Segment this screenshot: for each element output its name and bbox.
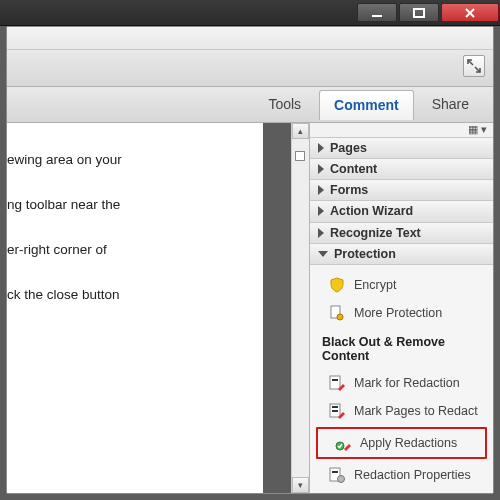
mark-pages-icon [328, 402, 346, 420]
apply-redactions-highlight: Apply Redactions [316, 427, 487, 459]
svg-rect-0 [372, 15, 382, 17]
document-wrap: ewing area on your ng toolbar near the e… [7, 123, 309, 493]
chevron-right-icon [318, 185, 324, 195]
item-mark-pages-to-redact[interactable]: Mark Pages to Redact [310, 397, 493, 425]
svg-rect-6 [330, 376, 340, 389]
panel-options-button[interactable]: ▦ ▾ [310, 123, 493, 138]
section-label: Pages [330, 141, 367, 155]
item-label: Apply Redactions [360, 436, 457, 450]
item-encrypt[interactable]: Encrypt [310, 271, 493, 299]
section-label: Recognize Text [330, 226, 421, 240]
section-label: Content [330, 162, 377, 176]
apply-redactions-icon [334, 434, 352, 452]
section-label: Action Wizard [330, 204, 413, 218]
fullscreen-button[interactable] [463, 55, 485, 77]
document-line: ck the close button [7, 286, 263, 305]
item-label: Mark Pages to Redact [354, 404, 478, 418]
vertical-scrollbar[interactable]: ▴ ▾ [291, 123, 309, 493]
maximize-icon [413, 7, 425, 19]
section-pages[interactable]: Pages [310, 138, 493, 159]
item-redaction-properties[interactable]: Redaction Properties [310, 461, 493, 489]
document-line: ewing area on your [7, 151, 263, 170]
svg-rect-13 [332, 471, 338, 473]
document-line: er-right corner of [7, 241, 263, 260]
section-action-wizard[interactable]: Action Wizard [310, 201, 493, 222]
section-label: Protection [334, 247, 396, 261]
chevron-right-icon [318, 228, 324, 238]
item-label: Encrypt [354, 278, 396, 292]
subheader-label: Black Out & Remove Content [322, 335, 477, 363]
svg-point-5 [337, 314, 343, 320]
window-close-button[interactable] [441, 3, 499, 22]
section-label: Forms [330, 183, 368, 197]
expand-icon [467, 59, 481, 73]
section-protection[interactable]: Protection [310, 244, 493, 265]
item-more-protection[interactable]: More Protection [310, 299, 493, 327]
svg-rect-10 [332, 410, 338, 412]
item-mark-for-redaction[interactable]: Mark for Redaction [310, 369, 493, 397]
scroll-down-button[interactable]: ▾ [292, 477, 309, 493]
minimize-button[interactable] [357, 3, 397, 22]
svg-rect-7 [332, 379, 338, 381]
close-icon [464, 7, 476, 19]
section-recognize-text[interactable]: Recognize Text [310, 223, 493, 244]
document-gutter [263, 123, 291, 493]
document-line: ng toolbar near the [7, 196, 263, 215]
document-page: ewing area on your ng toolbar near the e… [7, 123, 263, 493]
tools-panel: ▦ ▾ Pages Content Forms Action Wizard [309, 123, 493, 493]
section-forms[interactable]: Forms [310, 180, 493, 201]
redaction-properties-icon [328, 466, 346, 484]
application-frame: × Tools Comment Share ewing area on your… [6, 26, 494, 494]
svg-point-14 [338, 475, 345, 482]
item-label: More Protection [354, 306, 442, 320]
titlebar [0, 0, 500, 26]
protection-body: Encrypt More Protection Black Out & Remo… [310, 265, 493, 493]
section-content[interactable]: Content [310, 159, 493, 180]
shield-icon [328, 276, 346, 294]
tabs-row: Tools Comment Share [7, 87, 493, 123]
chevron-right-icon [318, 206, 324, 216]
tab-tools[interactable]: Tools [254, 90, 315, 119]
tab-comment[interactable]: Comment [319, 90, 414, 120]
tab-share[interactable]: Share [418, 90, 483, 119]
window-frame: × Tools Comment Share ewing area on your… [0, 0, 500, 500]
chevron-down-icon [318, 251, 328, 257]
protection-subheader: Black Out & Remove Content [310, 327, 493, 369]
chevron-right-icon [318, 143, 324, 153]
body-area: ewing area on your ng toolbar near the e… [7, 123, 493, 493]
maximize-button[interactable] [399, 3, 439, 22]
item-label: Mark for Redaction [354, 376, 460, 390]
item-label: Redaction Properties [354, 468, 471, 482]
scroll-up-button[interactable]: ▴ [292, 123, 309, 139]
scroll-marker[interactable] [295, 151, 305, 161]
toolbar-strip [7, 27, 493, 87]
minimize-icon [371, 7, 383, 19]
document-lock-icon [328, 304, 346, 322]
mark-redaction-icon [328, 374, 346, 392]
svg-rect-9 [332, 406, 338, 408]
item-apply-redactions[interactable]: Apply Redactions [318, 429, 485, 457]
chevron-right-icon [318, 164, 324, 174]
svg-rect-1 [414, 9, 424, 17]
